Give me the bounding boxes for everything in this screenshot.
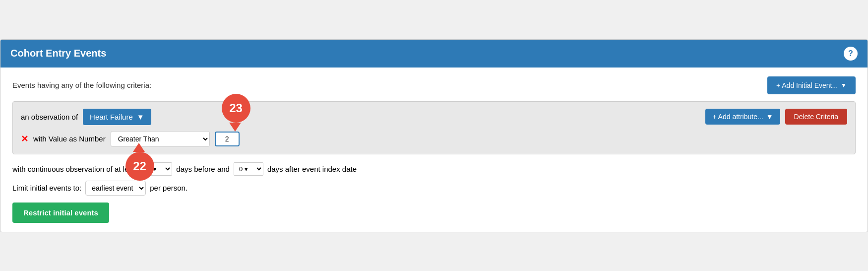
days-after-select[interactable]: 0 ▾ 30 ▾ [234,162,263,176]
add-attribute-arrow: ▼ [766,113,773,121]
add-attribute-label: + Add attribute... [712,113,763,121]
panel-header: Cohort Entry Events ? [0,40,868,68]
criteria-box: an observation of Heart Failure ▼ + Add … [12,101,856,154]
value-input-wrapper: 23 [215,132,240,146]
value-input[interactable] [215,132,240,146]
continuous-label-middle: days before and [176,165,230,173]
add-initial-event-button[interactable]: + Add Initial Event... ▼ [767,76,856,94]
with-value-label: with Value as Number [33,135,106,143]
limit-suffix: per person. [150,184,187,192]
restrict-initial-events-button[interactable]: Restrict initial events [12,203,109,223]
continuous-label-after: days after event index date [267,165,357,173]
limit-label: Limit initial events to: [12,184,81,192]
top-row: Events having any of the following crite… [12,76,856,94]
add-initial-event-label: + Add Initial Event... [776,81,838,89]
panel-title: Cohort Entry Events [10,48,106,59]
condition-label: Heart Failure [90,113,133,121]
cohort-entry-events-panel: Cohort Entry Events ? Events having any … [0,39,868,232]
criteria-row1: an observation of Heart Failure ▼ + Add … [21,109,847,125]
condition-arrow: ▼ [137,113,144,121]
add-attribute-button[interactable]: + Add attribute... ▼ [705,109,780,125]
add-initial-event-arrow: ▼ [841,82,847,89]
remove-attribute-button[interactable]: ✕ [21,134,28,144]
limit-initial-events-row: Limit initial events to: earliest event … [12,181,856,196]
continuous-label-before: with continuous observation of at least [12,165,138,173]
panel-body: Events having any of the following crite… [0,68,868,232]
condition-dropdown-button[interactable]: Heart Failure ▼ [83,109,151,125]
comparison-select[interactable]: Greater Than Less Than Equal To Greater … [111,131,210,147]
criteria-row1-right: + Add attribute... ▼ Delete Criteria [705,109,847,125]
observation-label: an observation of [21,113,78,121]
comparison-wrapper: Greater Than Less Than Equal To Greater … [111,131,210,147]
continuous-observation-row: with continuous observation of at least … [12,162,856,176]
days-before-select[interactable]: 0 ▾ 30 ▾ [142,162,172,176]
criteria-row1-left: an observation of Heart Failure ▼ [21,109,151,125]
help-icon[interactable]: ? [844,47,858,61]
delete-criteria-button[interactable]: Delete Criteria [785,109,847,125]
criteria-attribute-row: ✕ with Value as Number Greater Than Less… [21,131,847,147]
limit-event-select[interactable]: earliest event latest event all events [85,181,146,196]
criteria-intro-label: Events having any of the following crite… [12,81,151,89]
